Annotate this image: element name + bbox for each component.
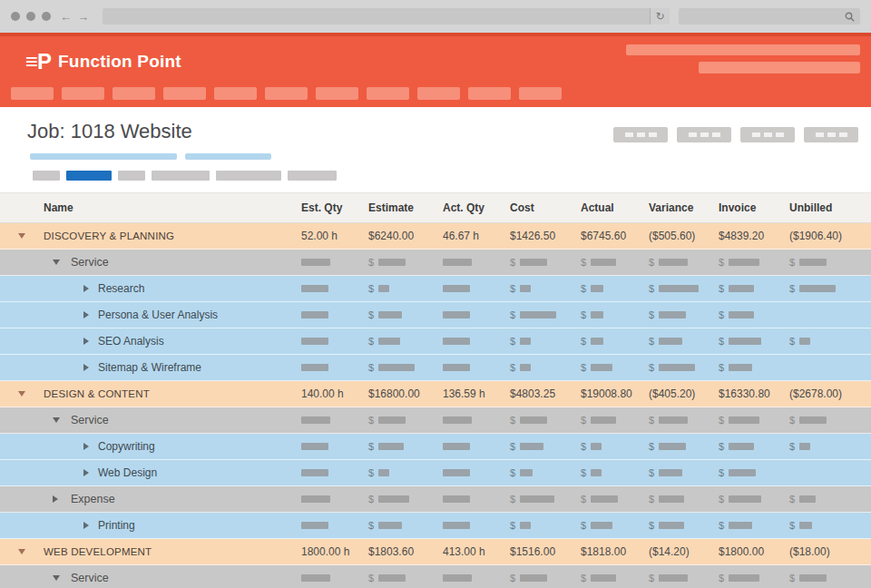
chevron-right-icon[interactable] [83,285,89,292]
table-row: Sitemap & Wireframe$$$$$ [0,355,871,381]
cell-skeleton [299,311,367,318]
dollar-sign: $ [510,257,515,268]
skeleton-bar [378,416,406,424]
row-name-cell: Persona & User Analysis [0,302,299,328]
cell-value: $16800.00 [367,387,441,400]
chevron-down-icon[interactable] [18,233,25,239]
cell-skeleton [299,338,367,345]
table-row: Service$$$$$$ [0,565,871,588]
nav-tab-placeholder[interactable] [519,87,562,100]
header-placeholder-bar [626,44,860,55]
nav-tab-placeholder[interactable] [62,87,104,100]
row-name-cell: Research [0,276,299,301]
chevron-right-icon[interactable] [83,311,89,318]
chevron-right-icon[interactable] [83,443,89,450]
nav-tab-placeholder[interactable] [11,87,54,100]
dollar-sign: $ [719,309,724,320]
chevron-right-icon[interactable] [83,364,89,371]
search-icon [845,12,855,22]
chevron-down-icon[interactable] [18,391,25,397]
cell-skeleton: $ [508,520,579,531]
view-block-placeholder[interactable] [216,171,281,181]
row-label: DISCOVERY & PLANNING [44,230,174,241]
nav-tab-placeholder[interactable] [468,87,511,100]
cell-skeleton: $ [717,494,788,505]
nav-tab-placeholder[interactable] [265,87,308,100]
cell-skeleton [441,522,508,529]
window-control-icon[interactable] [11,12,20,21]
skeleton-bar [443,574,472,582]
chevron-right-icon[interactable] [83,522,89,529]
table-header-row: Name Est. Qty Estimate Act. Qty Cost Act… [0,192,871,223]
chevron-right-icon[interactable] [83,338,89,345]
nav-tab-placeholder[interactable] [417,87,460,100]
chevron-right-icon[interactable] [53,495,58,503]
window-control-icon[interactable] [42,12,51,21]
action-button-placeholder[interactable] [677,127,731,142]
column-header: Name [0,201,299,214]
dollar-sign: $ [510,309,515,320]
back-icon[interactable]: ← [60,11,72,23]
cell-skeleton: $ [367,467,441,478]
dollar-sign: $ [581,573,586,583]
cell-skeleton: $ [508,573,579,583]
cell-skeleton [441,311,508,318]
action-button-placeholder[interactable] [804,127,858,142]
forward-icon[interactable]: → [77,11,89,23]
row-name-cell: SEO Analysis [0,328,299,354]
chevron-down-icon[interactable] [53,260,60,265]
chevron-right-icon[interactable] [83,469,89,476]
view-block-placeholder[interactable] [152,171,210,181]
dollar-sign: $ [581,467,586,478]
chevron-down-icon[interactable] [18,549,25,554]
nav-tab-placeholder[interactable] [214,87,257,100]
cell-skeleton: $ [788,520,871,531]
chevron-down-icon[interactable] [53,417,60,423]
cell-skeleton: $ [367,441,441,452]
active-view-block[interactable] [66,171,112,181]
dollar-sign: $ [368,573,374,583]
dollar-sign: $ [368,257,374,268]
skeleton-bar [659,338,682,345]
skeleton-bar [659,416,688,424]
dash-placeholder [816,132,824,137]
skeleton-bar [659,469,682,476]
chevron-down-icon[interactable] [53,575,60,581]
skeleton-bar [378,443,404,450]
view-block-placeholder[interactable] [288,171,337,181]
column-header: Act. Qty [441,201,508,214]
cell-skeleton: $ [367,573,441,583]
skeleton-bar [520,495,554,503]
skeleton-bar [443,522,470,529]
url-bar[interactable]: ↻ [103,8,670,24]
cell-value: ($14.20) [647,545,717,558]
fp-logo-icon: ≡P [25,51,51,73]
cell-value: $19008.80 [579,387,647,400]
skeleton-bar [443,416,472,424]
nav-tab-placeholder[interactable] [367,87,409,100]
dollar-sign: $ [649,467,654,478]
cell-skeleton: $ [579,283,647,294]
dollar-sign: $ [719,520,724,531]
skeleton-bar [301,285,328,292]
nav-tab-placeholder[interactable] [163,87,206,100]
cell-skeleton: $ [367,494,441,505]
browser-chrome: ← → ↻ [0,0,871,33]
brand-logo[interactable]: ≡P Function Point [25,51,181,73]
action-button-placeholder[interactable] [613,127,668,142]
view-block-placeholder[interactable] [33,171,60,181]
dollar-sign: $ [510,467,515,478]
row-name-cell: Service [0,565,299,588]
nav-tab-placeholder[interactable] [113,87,155,100]
skeleton-bar [659,285,699,292]
skeleton-bar [591,285,603,292]
row-name-cell: Service [0,407,299,433]
action-button-placeholder[interactable] [740,127,795,142]
view-block-placeholder[interactable] [118,171,145,181]
window-control-icon[interactable] [26,12,35,21]
nav-tab-placeholder[interactable] [316,87,358,100]
refresh-icon[interactable]: ↻ [650,8,670,24]
search-input[interactable] [679,8,860,24]
cell-skeleton: $ [717,573,788,583]
cell-skeleton: $ [647,573,717,583]
